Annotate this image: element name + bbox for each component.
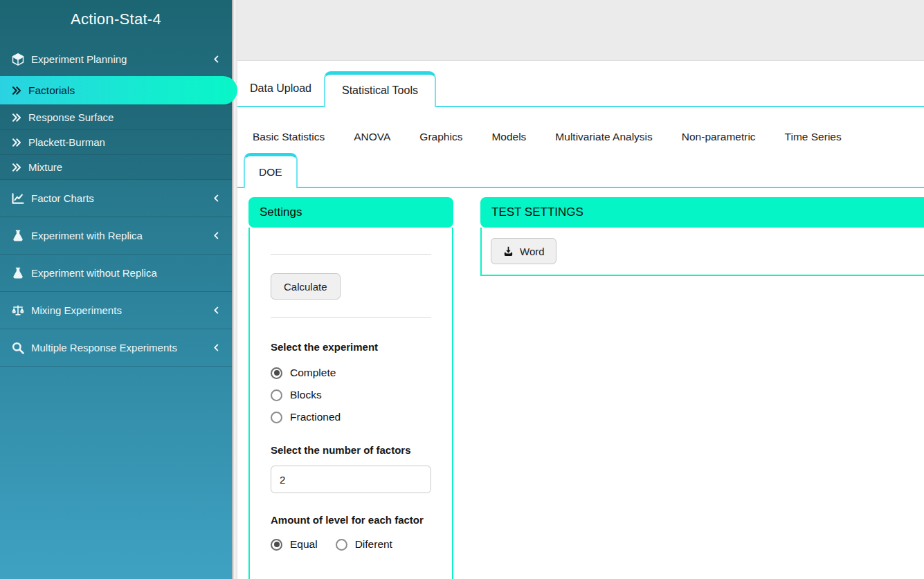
sidebar-item-experiment-with-replica[interactable]: Experiment with Replica: [0, 217, 232, 254]
chevron-left-icon: [212, 55, 221, 64]
factors-count-label: Select the number of factors: [271, 441, 431, 459]
sidebar-subitem-label: Mixture: [28, 161, 62, 173]
radio-label: Fractioned: [290, 411, 341, 423]
sidebar: Action-Stat-4 Experiment Planning Factor: [0, 0, 232, 579]
main-area: Data Upload Statistical Tools Basic Stat…: [237, 0, 924, 579]
chevron-left-icon: [212, 231, 221, 240]
doe-content: Settings Calculate Select the experiment…: [237, 188, 924, 579]
sidebar-group: Multiple Response Experiments: [0, 329, 232, 367]
radio-button[interactable]: [271, 539, 282, 551]
test-settings-panel: TEST SETTINGS Word: [480, 197, 924, 276]
factors-count-input[interactable]: [271, 466, 431, 493]
double-chevron-right-icon: [11, 137, 22, 148]
statistical-tools-tabs: Basic Statistics ANOVA Graphics Models M…: [237, 121, 924, 188]
sidebar-item-label: Experiment with Replica: [31, 230, 143, 241]
radio-label: Blocks: [290, 389, 322, 401]
sidebar-item-label: Mixing Experiments: [31, 304, 122, 316]
chevron-left-icon: [212, 306, 221, 315]
sidebar-group: Experiment with Replica: [0, 217, 232, 254]
sidebar-group: Factor Charts: [0, 179, 232, 217]
app-window: Action-Stat-4 Experiment Planning Factor: [0, 0, 924, 579]
radio-button[interactable]: [271, 412, 282, 423]
radio-button[interactable]: [336, 539, 347, 551]
tab-graphics[interactable]: Graphics: [405, 131, 477, 143]
sidebar-subitem-mixture[interactable]: Mixture: [0, 154, 232, 179]
sidebar-subitem-plackett-burman[interactable]: Plackett-Burman: [0, 129, 232, 154]
chevron-left-icon: [212, 194, 221, 203]
sidebar-subitem-label: Response Surface: [28, 111, 114, 123]
levels-radio-group: Equal Diferent: [271, 537, 431, 552]
radio-option-blocks[interactable]: Blocks: [271, 387, 431, 403]
test-settings-panel-body: Word: [480, 228, 924, 276]
chevron-left-icon: [212, 343, 221, 352]
sidebar-item-label: Experiment Planning: [31, 53, 127, 65]
divider: [271, 317, 431, 318]
tab-non-parametric[interactable]: Non-parametric: [667, 131, 770, 143]
sidebar-subitem-label: Factorials: [28, 84, 75, 97]
tab-doe[interactable]: DOE: [244, 153, 298, 188]
tab-time-series[interactable]: Time Series: [770, 131, 856, 143]
sidebar-item-mixing-experiments[interactable]: Mixing Experiments: [0, 292, 232, 329]
tab-multivariate-analysis[interactable]: Multivariate Analysis: [541, 131, 667, 143]
app-title: Action-Stat-4: [0, 0, 232, 38]
tab-statistical-tools[interactable]: Statistical Tools: [324, 71, 436, 107]
radio-option-equal[interactable]: Equal: [271, 537, 318, 552]
export-word-label: Word: [520, 246, 545, 257]
sidebar-item-experiment-without-replica[interactable]: Experiment without Replica: [0, 255, 232, 291]
cube-icon: [11, 53, 25, 66]
double-chevron-right-icon: [11, 112, 22, 123]
top-bar: [237, 0, 924, 61]
sidebar-item-multiple-response-experiments[interactable]: Multiple Response Experiments: [0, 329, 232, 366]
tab-anova[interactable]: ANOVA: [339, 131, 405, 143]
tab-models[interactable]: Models: [477, 131, 541, 143]
sidebar-item-experiment-planning[interactable]: Experiment Planning: [0, 42, 232, 76]
main-tabs: Data Upload Statistical Tools: [237, 71, 924, 107]
settings-panel: Settings Calculate Select the experiment…: [248, 197, 453, 579]
experiment-type-label: Select the experiment: [271, 338, 431, 356]
double-chevron-right-icon: [11, 85, 22, 96]
search-icon: [11, 341, 25, 355]
calculate-button[interactable]: Calculate: [271, 273, 341, 300]
sidebar-item-label: Experiment without Replica: [31, 267, 157, 279]
tab-data-upload[interactable]: Data Upload: [237, 71, 324, 106]
chart-line-icon: [11, 192, 25, 205]
experiment-planning-submenu: Factorials Response Surface Plackett-Bur…: [0, 76, 232, 179]
subtab-row: DOE: [237, 153, 924, 187]
flask-icon: [11, 229, 25, 243]
export-word-button[interactable]: Word: [491, 238, 556, 264]
divider: [271, 254, 431, 255]
settings-panel-body: Calculate Select the experiment Complete…: [248, 228, 453, 579]
radio-option-fractioned[interactable]: Fractioned: [271, 410, 431, 425]
sidebar-subitem-factorials[interactable]: Factorials: [0, 76, 237, 104]
radio-button[interactable]: [271, 389, 282, 401]
scale-icon: [11, 304, 25, 318]
radio-option-diferent[interactable]: Diferent: [336, 537, 392, 552]
test-settings-panel-title: TEST SETTINGS: [480, 197, 924, 228]
radio-label: Complete: [290, 367, 336, 379]
sidebar-item-label: Factor Charts: [31, 192, 94, 204]
sidebar-group: Mixing Experiments: [0, 291, 232, 329]
radio-option-complete[interactable]: Complete: [271, 365, 431, 380]
sidebar-item-label: Multiple Response Experiments: [31, 342, 177, 353]
settings-panel-title: Settings: [248, 197, 453, 228]
radio-label: Equal: [290, 538, 318, 551]
flask-icon: [11, 266, 25, 280]
sidebar-group: Experiment without Replica: [0, 254, 232, 291]
radio-label: Diferent: [355, 538, 392, 551]
double-chevron-right-icon: [11, 162, 22, 173]
download-icon: [502, 246, 514, 257]
sidebar-subitem-label: Plackett-Burman: [28, 136, 105, 148]
sidebar-subitem-response-surface[interactable]: Response Surface: [0, 104, 232, 129]
subtab-row: Basic Statistics ANOVA Graphics Models M…: [237, 121, 924, 153]
sidebar-item-factor-charts[interactable]: Factor Charts: [0, 180, 232, 217]
levels-label: Amount of level for each factor: [271, 511, 431, 529]
tab-basic-statistics[interactable]: Basic Statistics: [238, 131, 339, 143]
radio-button[interactable]: [271, 367, 282, 379]
